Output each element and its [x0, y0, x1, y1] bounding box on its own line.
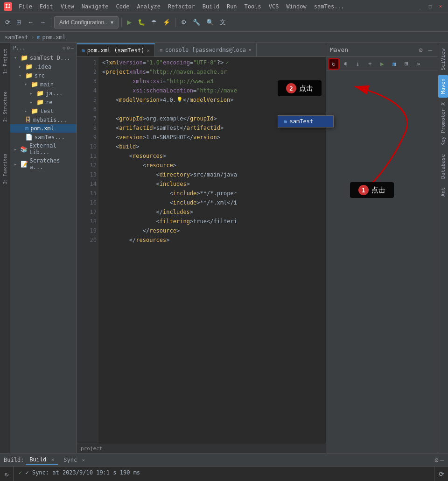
left-tab-project[interactable]: 1: Project — [2, 45, 8, 78]
line-numbers: 1 2 3 4 5 6 7 8 9 10 11 12 13 14 15 16 1… — [84, 57, 98, 444]
maximize-btn[interactable]: □ — [427, 3, 434, 10]
settings-btn[interactable]: ⚙ — [179, 16, 189, 29]
translate-btn[interactable]: 文 — [217, 16, 228, 29]
menu-edit[interactable]: Edit — [37, 2, 56, 11]
menu-navigate[interactable]: Navigate — [79, 2, 112, 11]
right-tab-sciview[interactable]: SciView — [438, 45, 448, 74]
bottom-right-tools: ⟳ ↓ — [434, 467, 448, 481]
breadcrumb-project[interactable]: samTest — [5, 34, 28, 41]
left-tab-structure[interactable]: 2: Structure — [2, 88, 8, 126]
minimize-btn[interactable]: _ — [416, 3, 424, 10]
tree-samtest[interactable]: ▾ 📁 samTest D... — [10, 53, 77, 62]
toolbar-btn-1[interactable]: ⟳ — [3, 16, 13, 29]
sidebar-header: P... ⊕ ⚙ — — [10, 43, 77, 53]
add-configuration-button[interactable]: Add Configuration... ▾ — [54, 16, 119, 28]
menu-tools[interactable]: Tools — [242, 2, 264, 11]
tree-test[interactable]: ▸ 📁 test — [10, 106, 77, 115]
maven-toggle-btn[interactable]: ⊞ — [401, 58, 412, 70]
bottom-minimize-btn[interactable]: — — [441, 456, 444, 464]
menu-samtest[interactable]: samTes... — [311, 2, 347, 11]
menu-file[interactable]: File — [16, 2, 35, 11]
breadcrumb-icon: m — [37, 34, 41, 40]
right-tab-keypromoter[interactable]: Key Promoter X — [438, 99, 448, 149]
maven-run-btn[interactable]: ▶ — [377, 58, 388, 70]
maven-minimize-btn[interactable]: — — [427, 45, 434, 55]
toolbar-btn-2[interactable]: ⊞ — [14, 16, 24, 29]
sidebar-btn-3[interactable]: — — [70, 45, 74, 51]
bottom-build-close[interactable]: × — [82, 457, 85, 463]
menu-refactor[interactable]: Refactor — [165, 2, 198, 11]
menu-view[interactable]: View — [58, 2, 77, 11]
find-btn[interactable]: 🔍 — [204, 16, 216, 29]
tree-samtest-file[interactable]: 📄 samTes... — [10, 133, 77, 141]
tab-dropdown-arrow[interactable]: ▾ — [248, 47, 252, 53]
bottom-build-label: Build: — [4, 457, 24, 463]
tree-idea[interactable]: ▸ 📁 .idea — [10, 62, 77, 71]
left-activity-bar: 1: Project 2: Structure 2: Favorites — [0, 43, 10, 453]
maven-panel: Maven ⚙ — ↻ ⊕ ↓ + ▶ m ⊞ » m samTest — [326, 43, 438, 453]
toolbar-btn-forward[interactable]: → — [37, 16, 48, 29]
maven-reload-btn[interactable]: ↻ — [328, 58, 339, 70]
sidebar-btn-2[interactable]: ⚙ — [67, 45, 70, 51]
maven-settings-btn[interactable]: ⚙ — [417, 45, 424, 55]
maven-download-btn[interactable]: ↓ — [352, 58, 364, 70]
tree-pom-xml[interactable]: m pom.xml — [10, 124, 77, 133]
tab-pom-close[interactable]: × — [147, 48, 150, 54]
menu-analyze[interactable]: Analyze — [134, 2, 163, 11]
dropdown-arrow: ▾ — [111, 19, 113, 26]
right-tab-maven[interactable]: Maven — [438, 75, 448, 98]
tree-resources[interactable]: ▸ 📁 re — [10, 98, 77, 106]
sidebar-btn-1[interactable]: ⊕ — [63, 45, 66, 51]
right-tab-ant[interactable]: Ant — [438, 184, 448, 200]
annotation-label-1: 点击 — [371, 186, 385, 195]
debug-btn[interactable]: 🐛 — [135, 16, 147, 29]
maven-more-btn[interactable]: » — [413, 58, 424, 70]
tree-src[interactable]: ▾ 📁 src — [10, 71, 77, 80]
coverage-btn[interactable]: ☂ — [149, 16, 159, 29]
right-tab-database[interactable]: Database — [438, 150, 448, 183]
toolbar-btn-back[interactable]: ← — [25, 16, 36, 29]
menu-bar: File Edit View Navigate Code Analyze Ref… — [16, 2, 347, 11]
sep-3 — [175, 18, 176, 27]
tree-scratches[interactable]: ▸ 📝 Scratches a... — [10, 156, 77, 171]
tree-mybatis[interactable]: 🗄 mybatis... — [10, 115, 77, 124]
tab-console[interactable]: ≡ console [passwordms@loca ▾ — [155, 43, 257, 57]
annotation-label-2: 点击 — [299, 84, 313, 93]
maven-create-btn[interactable]: + — [364, 58, 376, 70]
bottom-tab-sync[interactable]: Build × — [26, 455, 58, 465]
menu-build[interactable]: Build — [200, 2, 222, 11]
bottom-sync-close[interactable]: × — [51, 457, 55, 463]
bottom-panel: Build: Build × Sync × ⚙ — ↻ 📌 👁 ✓ ✓ Sync… — [0, 453, 448, 481]
tab-pom-xml[interactable]: m pom.xml (samTest) × — [77, 43, 155, 57]
maven-dropdown: m samTest — [278, 115, 334, 127]
bottom-tab-build[interactable]: Sync × — [60, 456, 89, 464]
right-activity-bar: SciView Maven Key Promoter X Database An… — [438, 43, 448, 453]
run-btn[interactable]: ▶ — [125, 16, 134, 29]
app-logo: IJ — [4, 2, 12, 11]
maven-header: Maven ⚙ — — [326, 43, 438, 57]
wrench-btn[interactable]: 🔧 — [190, 16, 203, 29]
profile-btn[interactable]: ⚡ — [161, 16, 173, 29]
maven-item-samtest[interactable]: m samTest — [278, 116, 333, 127]
bottom-settings-btn[interactable]: ⚙ — [434, 456, 438, 464]
menu-code[interactable]: Code — [113, 2, 133, 11]
editor-tabs: m pom.xml (samTest) × ≡ console [passwor… — [77, 43, 326, 57]
tree-main[interactable]: ▾ 📁 main — [10, 80, 77, 89]
menu-vcs[interactable]: VCS — [266, 2, 282, 11]
tree-java[interactable]: ▸ 📁 ja... — [10, 89, 77, 98]
maven-item-label: samTest — [290, 118, 314, 125]
title-bar: IJ File Edit View Navigate Code Analyze … — [0, 0, 448, 13]
maven-title: Maven — [330, 46, 415, 53]
maven-m-btn[interactable]: m — [389, 58, 400, 70]
main-area: 1: Project 2: Structure 2: Favorites P..… — [0, 43, 448, 453]
close-btn[interactable]: × — [437, 3, 444, 10]
left-tab-favorites[interactable]: 2: Favorites — [2, 150, 8, 188]
breadcrumb-file[interactable]: pom.xml — [42, 34, 66, 41]
tree-external-libs[interactable]: ▸ 📚 External Lib... — [10, 141, 77, 156]
btm-sync-btn[interactable]: ↻ — [3, 468, 10, 480]
breakpoint-column — [77, 57, 84, 444]
maven-add-btn[interactable]: ⊕ — [340, 58, 351, 70]
btm-right-btn1[interactable]: ⟳ — [437, 468, 446, 480]
menu-window[interactable]: Window — [283, 2, 309, 11]
menu-run[interactable]: Run — [224, 2, 240, 11]
